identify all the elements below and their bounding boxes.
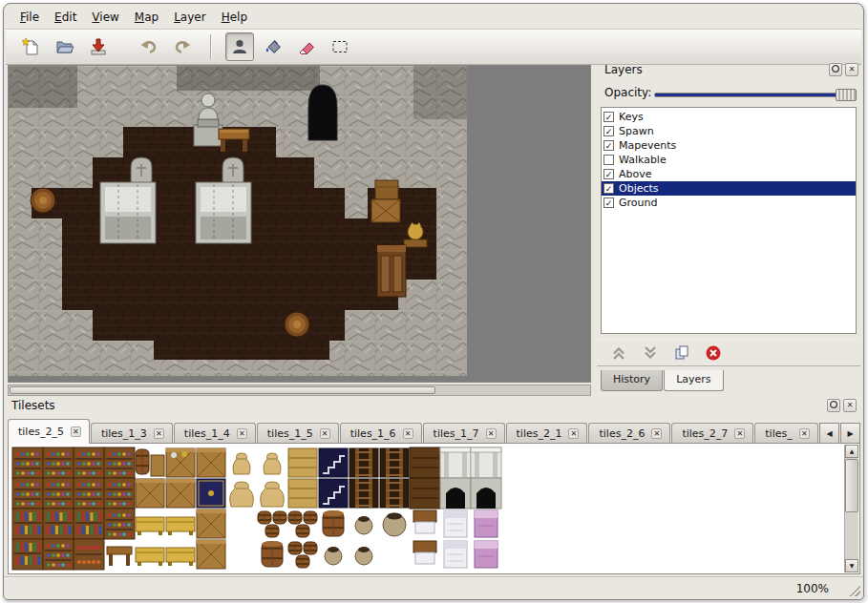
tileset-tab-tiles_1_5[interactable]: tiles_1_5✕: [257, 423, 339, 444]
duplicate-layer-icon: [673, 344, 690, 362]
close-tab-icon[interactable]: ✕: [799, 428, 810, 439]
close-panel-button[interactable]: ✕: [843, 399, 857, 412]
undo-button[interactable]: [135, 32, 163, 61]
layer-name: Mapevents: [619, 139, 676, 152]
tileset-tab-tiles_1_7[interactable]: tiles_1_7✕: [423, 423, 505, 444]
lower-layer-button[interactable]: [640, 343, 661, 364]
open-file-button[interactable]: [51, 32, 79, 61]
lower-layer-icon: [642, 344, 659, 362]
tileset-tab-tiles_2_7[interactable]: tiles_2_7✕: [671, 423, 753, 444]
tileset-tab-label: tiles_1_3: [101, 427, 147, 440]
save-button[interactable]: [84, 32, 113, 61]
close-tab-icon[interactable]: ✕: [734, 428, 745, 439]
scroll-down-icon[interactable]: ▼: [845, 559, 858, 572]
scrollbar-thumb[interactable]: [10, 386, 435, 394]
eraser-tool-button[interactable]: [292, 32, 321, 61]
layer-row-spawn[interactable]: ✓Spawn: [602, 124, 856, 138]
float-panel-icon: [831, 64, 840, 73]
tileset-tab-tiles_1_6[interactable]: tiles_1_6✕: [340, 423, 422, 444]
tileset-tab-label: tiles_2_1: [517, 427, 562, 440]
tileset-tab-tiles_1_4[interactable]: tiles_1_4✕: [174, 423, 256, 444]
layer-visibility-checkbox[interactable]: ✓: [603, 169, 614, 179]
opacity-slider[interactable]: [654, 89, 857, 101]
redo-button[interactable]: [168, 32, 197, 61]
layer-visibility-checkbox[interactable]: ✓: [603, 126, 614, 136]
app-window: FileEditViewMapLayerHelp: [3, 3, 864, 600]
toolbar: [6, 29, 861, 65]
map-viewport[interactable]: [8, 65, 591, 383]
tileset-tab-tiles_1_3[interactable]: tiles_1_3✕: [91, 423, 173, 444]
layer-row-above[interactable]: ✓Above: [602, 167, 856, 181]
dock-tab-layers[interactable]: Layers: [664, 370, 723, 391]
close-tab-icon[interactable]: ✕: [237, 428, 247, 439]
layer-visibility-checkbox[interactable]: ✓: [603, 198, 614, 208]
close-tab-icon[interactable]: ✕: [486, 428, 497, 439]
layer-visibility-checkbox[interactable]: [603, 155, 614, 165]
layer-name: Walkable: [619, 154, 667, 166]
raise-layer-button[interactable]: [608, 343, 629, 364]
tileset-tab-label: tiles_: [765, 427, 792, 440]
tileset-tab-tiles_2_5[interactable]: tiles_2_5✕: [8, 419, 90, 444]
tileset-tab-tiles_2_1[interactable]: tiles_2_1✕: [506, 423, 588, 444]
dock-tab-bar: HistoryLayers: [601, 370, 725, 391]
tab-scroll-left-button[interactable]: ◀: [819, 423, 839, 444]
layer-row-keys[interactable]: ✓Keys: [602, 110, 856, 124]
opacity-slider-track[interactable]: [654, 93, 855, 97]
tileset-canvas[interactable]: [11, 446, 837, 572]
close-tab-icon[interactable]: ✕: [651, 428, 662, 439]
fill-tool-button[interactable]: [259, 32, 287, 61]
menu-help[interactable]: Help: [215, 8, 254, 27]
layer-row-walkable[interactable]: Walkable: [602, 153, 856, 167]
menu-map[interactable]: Map: [128, 8, 165, 27]
menu-layer[interactable]: Layer: [167, 8, 212, 27]
delete-layer-button[interactable]: [703, 343, 724, 364]
menu-edit[interactable]: Edit: [48, 8, 83, 27]
tileset-vertical-scrollbar[interactable]: ▲ ▼: [844, 445, 858, 572]
tileset-tab-tiles_[interactable]: tiles_✕: [754, 423, 817, 444]
layer-visibility-checkbox[interactable]: ✓: [603, 140, 614, 151]
tab-scroll-buttons: ◀ ▶: [818, 423, 860, 444]
layer-row-ground[interactable]: ✓Ground: [602, 196, 856, 210]
select-tool-button[interactable]: [326, 32, 354, 61]
close-tab-icon[interactable]: ✕: [154, 428, 164, 439]
layer-row-mapevents[interactable]: ✓Mapevents: [602, 138, 856, 153]
duplicate-layer-button[interactable]: [671, 343, 692, 364]
float-panel-button[interactable]: [829, 63, 842, 76]
eraser-tool-icon: [297, 37, 316, 56]
scroll-up-icon[interactable]: ▲: [845, 445, 858, 458]
new-file-icon: [22, 37, 41, 56]
stamp-tool-icon: [230, 37, 249, 56]
tab-scroll-right-button[interactable]: ▶: [840, 423, 860, 444]
tileset-view[interactable]: ▲ ▼: [8, 443, 860, 574]
menu-view[interactable]: View: [85, 8, 125, 27]
map-horizontal-scrollbar[interactable]: [8, 385, 591, 396]
close-tab-icon[interactable]: ✕: [568, 428, 579, 439]
close-tab-icon[interactable]: ✕: [71, 426, 81, 437]
open-folder-icon: [55, 37, 74, 56]
dock-tab-history[interactable]: History: [601, 370, 663, 391]
close-tab-icon[interactable]: ✕: [403, 428, 413, 439]
opacity-row: Opacity:: [604, 86, 857, 101]
close-tab-icon[interactable]: ✕: [320, 428, 330, 439]
resize-grip[interactable]: [848, 584, 860, 596]
tileset-tab-label: tiles_2_7: [682, 427, 728, 440]
opacity-slider-handle[interactable]: [836, 89, 857, 101]
tileset-tab-tiles_2_6[interactable]: tiles_2_6✕: [588, 423, 670, 444]
menu-bar: FileEditViewMapLayerHelp: [6, 6, 861, 29]
menu-file[interactable]: File: [13, 8, 46, 27]
layer-name: Objects: [619, 182, 659, 195]
layers-panel-title: Layers: [604, 63, 643, 76]
save-icon: [89, 37, 108, 56]
close-panel-button[interactable]: ✕: [845, 63, 858, 76]
new-file-button[interactable]: [17, 32, 46, 61]
map-canvas[interactable]: [9, 66, 467, 376]
float-panel-button[interactable]: [827, 399, 840, 412]
scrollbar-thumb[interactable]: [845, 459, 858, 512]
redo-icon: [173, 37, 192, 56]
layer-name: Above: [619, 168, 652, 180]
layer-name: Ground: [619, 197, 657, 209]
stamp-tool-button[interactable]: [225, 32, 254, 61]
layer-row-objects[interactable]: ✓Objects: [602, 181, 856, 196]
layer-visibility-checkbox[interactable]: ✓: [603, 112, 614, 122]
layer-visibility-checkbox[interactable]: ✓: [603, 183, 614, 194]
